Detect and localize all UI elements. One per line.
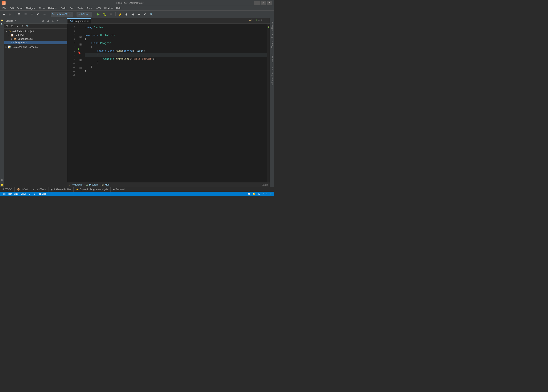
- toolbar-btn-1[interactable]: ⊞: [16, 12, 22, 17]
- explorer-expand-all[interactable]: ⊞: [41, 19, 45, 23]
- title-bar: R HelloRider - Administrator ─ □ ✕: [0, 0, 274, 6]
- menu-window[interactable]: Window: [103, 7, 114, 10]
- explorer-toolbar-btn3[interactable]: ▲: [15, 24, 19, 28]
- bottom-tab-dottrace[interactable]: ◉ dotTrace Profiler: [49, 187, 74, 192]
- explorer-toolbar-btn4[interactable]: ⚙: [20, 24, 25, 28]
- fold-class-end[interactable]: ─: [79, 67, 82, 69]
- forward-button[interactable]: ▶: [7, 12, 13, 17]
- close-button[interactable]: ✕: [267, 1, 272, 5]
- toolbar-search[interactable]: 🔍: [149, 12, 154, 17]
- right-panel-db[interactable]: Database: [270, 52, 274, 65]
- bottom-tab-unit-tests[interactable]: ✓ Unit Tests: [30, 187, 48, 192]
- menu-file[interactable]: File: [1, 7, 8, 10]
- run-button[interactable]: ▶: [96, 12, 101, 17]
- menu-tools[interactable]: Tools: [85, 7, 94, 10]
- toolbar-arrow-right[interactable]: ▶: [136, 12, 142, 17]
- debug-config-dropdown[interactable]: Debug | Any CPU ▼: [51, 12, 73, 17]
- status-ok[interactable]: ✓: [262, 193, 264, 195]
- status-bar: HelloRider 8:10 CRLF UTF-8 4 spaces 🔄 🔔 …: [0, 192, 274, 196]
- structure-icon[interactable]: ⊞: [0, 178, 4, 181]
- tab-close-button[interactable]: ×: [87, 20, 89, 23]
- fold-body[interactable]: ─: [79, 59, 82, 61]
- explorer-search[interactable]: 🔍: [25, 24, 30, 28]
- toolbar-btn-5[interactable]: ─: [42, 12, 47, 17]
- maximize-button[interactable]: □: [260, 1, 266, 5]
- bottom-tab-nuget[interactable]: 📦 NuGet: [15, 187, 30, 192]
- status-indent[interactable]: 4 spaces: [37, 193, 46, 195]
- status-encoding[interactable]: UTF-8: [29, 193, 35, 195]
- tree-program-cs[interactable]: C# Program.cs: [4, 41, 67, 44]
- debug-config-label: Debug | Any CPU: [52, 13, 69, 15]
- ok-indicator[interactable]: ✓1: [254, 19, 257, 21]
- menu-build[interactable]: Build: [59, 7, 68, 10]
- indicator-up[interactable]: ∧: [258, 19, 260, 21]
- bottom-tab-terminal[interactable]: ▶ Terminal: [111, 187, 127, 192]
- arrow-up-icon: ↑: [266, 193, 267, 195]
- explorer-settings[interactable]: ⚙: [56, 19, 60, 23]
- right-panel-errors[interactable]: Errors in Solution: [270, 19, 274, 39]
- tree-project[interactable]: ▼ 📋 HelloRider: [4, 33, 67, 37]
- app-logo: R: [2, 1, 6, 5]
- nav-class[interactable]: Program: [89, 183, 98, 186]
- menu-code[interactable]: Code: [37, 7, 46, 10]
- menu-help[interactable]: Help: [114, 7, 123, 10]
- explorer-arrow[interactable]: ▼: [15, 20, 17, 22]
- tree-dependencies[interactable]: ▶ 📦 Dependencies: [4, 37, 67, 41]
- tree-solution[interactable]: ▼ 🗂 HelloRider · 1 project: [4, 29, 67, 33]
- tree-scratches[interactable]: ▶ 📝 Scratches and Consoles: [4, 45, 67, 49]
- toolbar-arrow-left[interactable]: ◀: [130, 12, 135, 17]
- bottom-tab-dpa[interactable]: ⚡ Dynamic Program Analysis: [74, 187, 111, 192]
- explorer-toolbar-btn1[interactable]: ⊞: [5, 24, 9, 28]
- search-icon[interactable]: 🔍: [0, 22, 4, 26]
- status-vcs[interactable]: 🔄: [247, 193, 250, 195]
- favorites-icon[interactable]: ⭐: [0, 183, 4, 186]
- status-position[interactable]: 8:10: [14, 193, 18, 195]
- profile-button[interactable]: ◉: [123, 12, 129, 17]
- indicator-down[interactable]: ∨: [261, 19, 262, 21]
- project-dropdown[interactable]: HelloRider ▼: [77, 12, 92, 17]
- status-notifications[interactable]: 🔔: [253, 193, 255, 195]
- explorer-icon[interactable]: 📁: [0, 19, 4, 22]
- menu-run[interactable]: Run: [68, 7, 76, 10]
- code-line-6: {: [85, 45, 267, 49]
- status-power[interactable]: ⚡: [270, 193, 272, 195]
- coverage-button[interactable]: ⚡: [117, 12, 123, 17]
- right-panel-il[interactable]: IL Viewer: [270, 40, 274, 52]
- breadcrumb-widget[interactable]: ⌂⌂⌂: [261, 182, 268, 187]
- right-panel-unit-tests[interactable]: Unit Tests Coverage: [270, 65, 274, 88]
- fold-method[interactable]: ─: [79, 43, 82, 45]
- debug-button[interactable]: 🐛: [102, 12, 107, 17]
- menu-edit[interactable]: Edit: [8, 7, 15, 10]
- status-line-ending[interactable]: CRLF: [21, 193, 27, 195]
- toolbar-btn-3[interactable]: ≡: [29, 12, 35, 17]
- minimize-button[interactable]: ─: [254, 1, 260, 5]
- nav-namespace[interactable]: HelloRider: [72, 183, 83, 186]
- back-button[interactable]: ◀: [1, 12, 7, 17]
- explorer-collapse-all[interactable]: ⊟: [46, 19, 50, 23]
- warning-indicator[interactable]: ▲1: [249, 19, 253, 21]
- tree-arrow-scratches: ▶: [6, 46, 7, 48]
- explorer-toolbar-btn2[interactable]: ⊟: [10, 24, 14, 28]
- code-editor[interactable]: using System; namespace HelloRider { cla…: [83, 24, 267, 182]
- status-project[interactable]: HelloRider: [2, 193, 12, 195]
- menu-navigate[interactable]: Navigate: [25, 7, 37, 10]
- explorer-close[interactable]: ─: [61, 19, 65, 23]
- toolbar-btn-4[interactable]: ⚙: [35, 12, 41, 17]
- tree-arrow-deps: ▶: [11, 38, 13, 40]
- menu-refactor[interactable]: Refactor: [47, 7, 59, 10]
- fold-class[interactable]: ─: [79, 35, 82, 38]
- nav-method[interactable]: Main: [105, 183, 110, 186]
- toolbar-btn-2[interactable]: ☰: [23, 12, 28, 17]
- explorer-locate[interactable]: ◎: [51, 19, 55, 23]
- bottom-tab-todo[interactable]: ☑ TODO: [0, 187, 15, 192]
- menu-view[interactable]: View: [16, 7, 24, 10]
- run-gutter-icon[interactable]: ▶: [78, 48, 80, 50]
- status-errors[interactable]: ⚠: [258, 193, 260, 195]
- check-icon: ✓: [262, 193, 264, 195]
- toolbar-settings[interactable]: ⚙: [142, 12, 148, 17]
- tab-program-cs[interactable]: C# Program.cs ×: [67, 18, 91, 24]
- stop-button[interactable]: ⏹: [108, 12, 114, 17]
- status-arrow-up[interactable]: ↑: [266, 193, 267, 195]
- menu-vcs[interactable]: VCS: [94, 7, 102, 10]
- menu-tests[interactable]: Tests: [76, 7, 85, 10]
